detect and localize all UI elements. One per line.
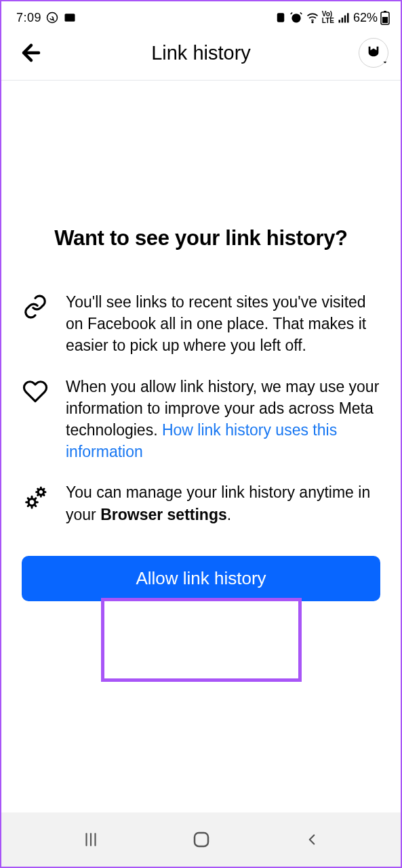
allow-link-history-button[interactable]: Allow link history	[22, 556, 380, 601]
svg-rect-5	[338, 20, 340, 22]
svg-rect-17	[195, 833, 208, 846]
svg-point-4	[312, 22, 313, 23]
battery-icon	[380, 10, 390, 25]
battery-percentage: 62%	[353, 11, 378, 25]
heart-icon	[22, 376, 49, 404]
svg-rect-7	[344, 16, 346, 23]
volte-icon: Vo)LTE	[322, 11, 334, 24]
wifi-icon	[306, 11, 319, 24]
info-item-settings: You can manage your link history anytime…	[22, 481, 380, 525]
recents-button[interactable]	[71, 819, 111, 860]
svg-rect-10	[384, 11, 386, 12]
svg-rect-11	[382, 17, 388, 23]
info-text-settings: You can manage your link history anytime…	[66, 481, 380, 525]
link-icon	[22, 291, 49, 320]
info-text-links: You'll see links to recent sites you've …	[66, 291, 380, 357]
annotation-highlight	[101, 598, 302, 682]
svg-point-3	[292, 14, 300, 22]
status-time: 7:09	[16, 11, 41, 25]
main-content: Want to see your link history? You'll se…	[1, 81, 401, 601]
page-title: Link history	[151, 42, 251, 64]
notification-icon	[275, 12, 287, 24]
svg-rect-6	[342, 18, 344, 23]
gears-icon	[22, 481, 49, 511]
home-button[interactable]	[181, 819, 222, 860]
main-heading: Want to see your link history?	[22, 226, 380, 251]
browser-settings-label: Browser settings	[100, 506, 227, 523]
svg-rect-1	[65, 14, 75, 22]
svg-point-0	[47, 13, 58, 23]
svg-rect-8	[347, 13, 349, 22]
chevron-down-icon	[381, 58, 389, 68]
info-text-ads: When you allow link history, we may use …	[66, 376, 380, 463]
whatsapp-icon	[45, 11, 59, 24]
info-item-links: You'll see links to recent sites you've …	[22, 291, 380, 357]
back-button[interactable]	[16, 38, 46, 68]
back-nav-button[interactable]	[292, 819, 332, 860]
profile-avatar-icon	[366, 44, 381, 62]
svg-rect-2	[277, 13, 285, 22]
profile-switcher[interactable]	[359, 38, 388, 68]
status-left: 7:09	[16, 11, 77, 25]
info-item-ads: When you allow link history, we may use …	[22, 376, 380, 463]
alarm-icon	[289, 11, 303, 24]
system-nav-bar	[1, 812, 401, 867]
app-header: Link history	[1, 31, 401, 80]
signal-icon	[337, 11, 350, 24]
image-icon	[63, 11, 77, 24]
status-right: Vo)LTE 62%	[275, 10, 390, 25]
status-bar: 7:09	[1, 1, 401, 31]
